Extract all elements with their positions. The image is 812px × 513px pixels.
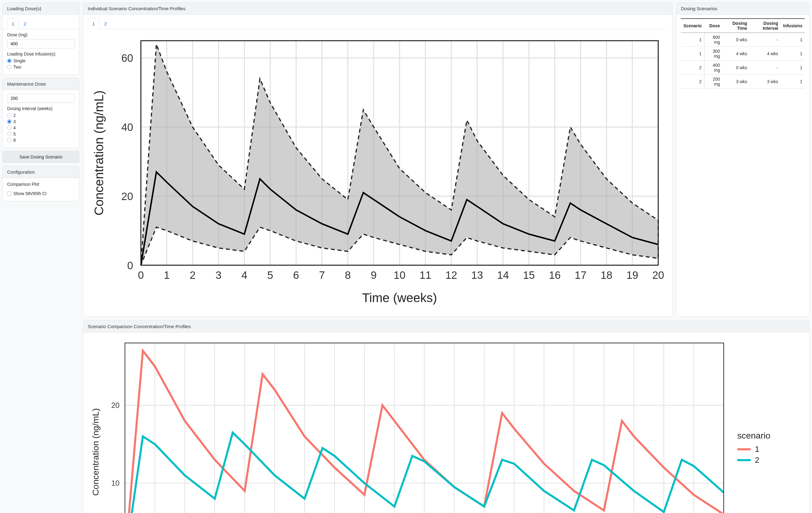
loading-dose-panel: Loading Dose(s) 1 2 Dose (mg) Loading Do… <box>2 2 79 75</box>
interval-option-label: 5 <box>13 132 16 136</box>
scenarios-header-cell: Dose <box>704 19 722 33</box>
individual-chart-tabs: 1 2 <box>88 18 668 29</box>
svg-text:scenario: scenario <box>737 430 771 440</box>
table-cell: 400 mg <box>704 61 722 75</box>
svg-text:4: 4 <box>241 269 247 281</box>
svg-text:0: 0 <box>127 260 133 271</box>
save-scenario-button[interactable]: Save Dosing Scenario <box>2 151 79 163</box>
loading-dose-input[interactable] <box>7 39 75 48</box>
svg-text:Concentration (ng/mL): Concentration (ng/mL) <box>90 408 100 496</box>
loading-tab-2[interactable]: 2 <box>19 18 31 29</box>
comparison-chart-panel: Scenario Comparison Concentration/Time P… <box>83 320 810 513</box>
svg-text:18: 18 <box>601 269 612 281</box>
config-title: Configuration <box>3 166 79 178</box>
table-cell: 4 wks <box>722 47 750 61</box>
table-cell: 1 <box>781 75 805 89</box>
maintenance-dose-input[interactable] <box>7 94 75 103</box>
svg-text:20: 20 <box>111 401 120 409</box>
table-cell: 200 mg <box>704 75 722 89</box>
interval-option-label: 4 <box>13 125 16 130</box>
table-cell: 600 mg <box>704 33 722 47</box>
table-row: 2200 mg3 wks3 wks1 <box>681 75 805 89</box>
table-row: 1300 mg4 wks4 wks1 <box>681 47 805 61</box>
svg-text:19: 19 <box>626 269 638 281</box>
individual-chart-title: Individual Scenario Concentration/Time P… <box>83 3 672 15</box>
show-ci-label: Show 5th/95th CI <box>13 191 47 196</box>
table-cell: 1 <box>681 33 704 47</box>
table-cell: 1 <box>781 61 805 75</box>
loading-dose-title: Loading Dose(s) <box>3 3 79 15</box>
svg-text:Concentration (ng/mL): Concentration (ng/mL) <box>92 90 106 215</box>
svg-text:0: 0 <box>138 269 144 281</box>
table-cell: 0 wks <box>722 33 750 47</box>
svg-text:15: 15 <box>523 269 534 281</box>
svg-text:5: 5 <box>267 269 273 281</box>
svg-text:12: 12 <box>445 269 457 281</box>
svg-text:2: 2 <box>755 455 759 465</box>
scenarios-header-cell: Dosing Time <box>722 19 750 33</box>
scenarios-panel: Dosing Scenarios ScenarioDoseDosing Time… <box>676 2 810 317</box>
comparison-chart: 0123456789101112131415161718192001020Tim… <box>88 336 805 513</box>
interval-radio-5[interactable] <box>7 132 11 136</box>
table-cell: 3 wks <box>722 75 750 89</box>
table-cell: 3 wks <box>750 75 781 89</box>
infusion-radio-two[interactable] <box>7 65 11 69</box>
svg-text:20: 20 <box>652 269 664 281</box>
infusion-option-label: Single <box>13 58 25 63</box>
svg-text:13: 13 <box>471 269 483 281</box>
table-cell: 1 <box>781 33 805 47</box>
interval-radio-8[interactable] <box>7 138 11 142</box>
scenarios-title: Dosing Scenarios <box>676 3 809 15</box>
interval-option-label: 8 <box>13 138 16 143</box>
comparison-chart-title: Scenario Comparison Concentration/Time P… <box>83 321 809 332</box>
table-row: 2400 mg0 wks-1 <box>681 61 805 75</box>
infusion-radio-single[interactable] <box>7 59 11 63</box>
interval-radio-3[interactable] <box>7 119 11 124</box>
svg-text:20: 20 <box>121 190 133 202</box>
table-cell: 300 mg <box>704 47 722 61</box>
infusion-label: Loading Dose Infusion(s) <box>7 52 75 56</box>
svg-text:10: 10 <box>394 269 405 281</box>
individual-tab-1[interactable]: 1 <box>88 18 99 29</box>
individual-tab-2[interactable]: 2 <box>99 18 111 29</box>
svg-text:1: 1 <box>755 444 759 454</box>
individual-chart-panel: Individual Scenario Concentration/Time P… <box>83 2 672 317</box>
table-cell: - <box>750 61 781 75</box>
interval-radio-4[interactable] <box>7 126 11 130</box>
svg-text:17: 17 <box>575 269 586 281</box>
svg-text:2: 2 <box>190 269 196 281</box>
svg-text:7: 7 <box>319 269 325 281</box>
svg-text:Time (weeks): Time (weeks) <box>362 291 437 305</box>
scenarios-table: ScenarioDoseDosing TimeDosing IntervalIn… <box>681 18 805 89</box>
table-cell: - <box>750 33 781 47</box>
infusion-option-label: Two <box>13 64 21 70</box>
configuration-panel: Configuration Comparison Plot Show 5th/9… <box>2 166 79 201</box>
svg-text:14: 14 <box>497 269 509 281</box>
table-cell: 1 <box>681 47 704 61</box>
interval-radio-2[interactable] <box>7 113 11 117</box>
maintenance-title: Maintenance Dose <box>3 78 79 90</box>
individual-chart: 012345678910111213141516171819200204060T… <box>88 31 668 312</box>
svg-text:6: 6 <box>293 269 299 281</box>
svg-text:9: 9 <box>371 269 377 281</box>
show-ci-checkbox[interactable] <box>7 191 11 196</box>
table-row: 1600 mg0 wks-1 <box>681 33 805 47</box>
svg-text:40: 40 <box>121 121 133 133</box>
scenarios-header-cell: Dosing Interval <box>750 19 781 33</box>
loading-tab-1[interactable]: 1 <box>7 18 19 29</box>
svg-text:10: 10 <box>111 479 120 487</box>
table-cell: 2 <box>681 75 704 89</box>
interval-label: Dosing Interval (weeks) <box>7 106 75 111</box>
comparison-plot-label: Comparison Plot <box>7 182 75 187</box>
maintenance-dose-panel: Maintenance Dose Dosing Interval (weeks)… <box>2 78 79 148</box>
scenarios-header-cell: Scenario <box>681 19 704 33</box>
svg-text:8: 8 <box>345 269 351 281</box>
table-cell: 1 <box>781 47 805 61</box>
table-cell: 4 wks <box>750 47 781 61</box>
svg-text:3: 3 <box>215 269 221 281</box>
svg-text:11: 11 <box>419 269 431 281</box>
interval-option-label: 2 <box>13 113 16 118</box>
dose-label: Dose (mg) <box>7 32 75 37</box>
loading-dose-tabs: 1 2 <box>3 18 79 29</box>
svg-text:16: 16 <box>549 269 561 281</box>
